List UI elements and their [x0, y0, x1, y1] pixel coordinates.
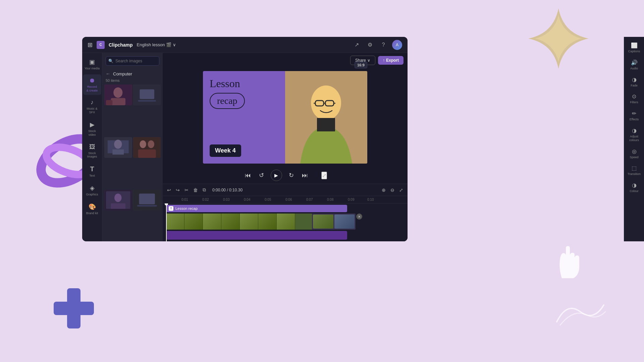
- audio-tool[interactable]: 🔊 Audio: [625, 57, 643, 73]
- svg-point-16: [140, 140, 146, 148]
- fullscreen-button[interactable]: ⤢: [321, 172, 327, 179]
- ruler-tick-04: 0:04: [244, 198, 250, 201]
- sidebar-item-music-sfx[interactable]: ♪ Music & SFX: [83, 96, 101, 117]
- preview-area: Share ∨ ↑ Export 16:9 Lesson: [163, 53, 408, 241]
- adjust-colours-icon: ◑: [632, 127, 637, 134]
- media-thumb-5[interactable]: [104, 190, 132, 210]
- sidebar-label-your-media: Your media: [85, 67, 100, 70]
- undo-button[interactable]: ↩: [166, 186, 172, 194]
- svg-rect-6: [111, 98, 125, 105]
- svg-rect-9: [140, 89, 154, 99]
- redo-button[interactable]: ↪: [175, 186, 181, 194]
- media-count: 50 items: [102, 78, 163, 84]
- sidebar-item-graphics[interactable]: ◈ Graphics: [83, 182, 101, 199]
- track-frame-1: [166, 214, 184, 230]
- svg-point-5: [113, 87, 122, 98]
- track-frame-3: [203, 214, 221, 230]
- media-nav: ← Computer: [102, 69, 163, 78]
- fit-view-button[interactable]: ⤢: [398, 186, 404, 194]
- settings-icon-btn[interactable]: ⚙: [365, 40, 375, 50]
- audio-icon: 🔊: [631, 59, 638, 66]
- app-window: ⊞ C Clipchamp English lesson 🎬 ∨ ↗ ⚙ ? A…: [82, 37, 408, 241]
- filters-tool[interactable]: ⊙ Filters: [625, 90, 643, 107]
- copy-button[interactable]: ⧉: [202, 186, 207, 194]
- speed-tool[interactable]: ◎ Speed: [625, 145, 643, 162]
- play-button[interactable]: ▶: [271, 170, 282, 181]
- media-thumb-3[interactable]: [104, 137, 132, 158]
- timeline-tracks: T Lesson recap: [163, 203, 408, 241]
- effects-tool[interactable]: ✏ Effects: [625, 108, 643, 124]
- bg-star-decoration: [525, 5, 592, 72]
- stock-video-icon: ▶: [90, 121, 95, 128]
- svg-rect-25: [137, 205, 157, 206]
- right-tool-panel: ⬜ Captions 🔊 Audio ◑ Fade ⊙ Filters ✏ Ef…: [624, 37, 644, 241]
- help-icon-btn[interactable]: ?: [379, 40, 388, 50]
- preview-top: Share ∨ ↑ Export: [163, 53, 408, 68]
- cut-button[interactable]: ✂: [183, 186, 190, 194]
- sidebar-label-music-sfx: Music & SFX: [85, 107, 100, 114]
- svg-rect-7: [106, 100, 112, 105]
- ruler-tick-05: 0:05: [265, 198, 271, 201]
- lesson-title: Lesson: [210, 78, 240, 89]
- sidebar-item-stock-images[interactable]: 🖼 Stock Images: [83, 141, 101, 162]
- video-canvas: 16:9 Lesson recap Week 4: [163, 68, 408, 167]
- media-panel: 🔍 ← Computer 50 items: [102, 53, 163, 241]
- skip-forward-button[interactable]: ⏭: [301, 171, 309, 180]
- track-frame-6: [258, 214, 277, 230]
- current-time: 0:00.00 / 0:10.30: [212, 188, 243, 192]
- fade-tool[interactable]: ◑ Fade: [625, 74, 643, 90]
- sidebar-label-record-create: Record& create: [87, 85, 98, 93]
- delete-button[interactable]: 🗑: [192, 186, 199, 194]
- effects-icon: ✏: [632, 110, 636, 117]
- text-track-icon: T: [169, 206, 173, 211]
- colour-tool[interactable]: ◑ Colour: [625, 179, 643, 196]
- sidebar-item-record-create[interactable]: ⏺ Record& create: [83, 74, 101, 95]
- zoom-out-button[interactable]: ⊖: [389, 186, 395, 194]
- left-sidebar: ▣ Your media ⏺ Record& create ♪ Music & …: [82, 53, 102, 241]
- zoom-in-button[interactable]: ⊕: [381, 186, 387, 194]
- search-input[interactable]: [106, 56, 159, 66]
- playhead[interactable]: [166, 203, 167, 241]
- forward-button[interactable]: ↻: [287, 170, 295, 180]
- track-remove-button[interactable]: ✕: [356, 214, 362, 220]
- ruler-tick-07: 0:07: [306, 198, 313, 201]
- captions-tool[interactable]: ⬜ Captions: [625, 40, 643, 56]
- week-badge: Week 4: [210, 144, 241, 157]
- video-frame: Lesson recap Week 4: [203, 71, 367, 164]
- speed-icon: ◎: [632, 148, 637, 155]
- grid-icon[interactable]: ⊞: [88, 41, 93, 49]
- export-button[interactable]: ↑ Export: [378, 56, 404, 65]
- main-content: ▣ Your media ⏺ Record& create ♪ Music & …: [82, 53, 408, 241]
- zoom-controls: ⊕ ⊖ ⤢: [381, 186, 404, 194]
- sidebar-item-your-media[interactable]: ▣ Your media: [83, 56, 101, 73]
- text-track-label: Lesson recap: [175, 206, 198, 210]
- text-icon: T: [90, 165, 94, 173]
- ruler-tick-10: 0:10: [367, 198, 374, 201]
- text-track[interactable]: T Lesson recap: [166, 205, 347, 212]
- media-thumb-1[interactable]: [104, 84, 132, 105]
- rewind-button[interactable]: ↺: [258, 170, 265, 180]
- your-media-icon: ▣: [89, 58, 95, 66]
- sidebar-item-text[interactable]: T Text: [83, 163, 101, 180]
- video-track[interactable]: [166, 214, 356, 230]
- media-thumb-4[interactable]: [133, 137, 161, 158]
- colour-label: Colour: [630, 189, 639, 193]
- playback-controls: ⏮ ↺ ▶ ↻ ⏭ ⤢: [163, 167, 408, 184]
- timeline-area: ↩ ↪ ✂ 🗑 ⧉ 0:00.00 / 0:10.30 ⊕ ⊖ ⤢: [163, 184, 408, 241]
- media-thumb-6[interactable]: [133, 190, 161, 210]
- app-name: Clipchamp: [109, 42, 133, 48]
- skip-back-button[interactable]: ⏮: [244, 171, 252, 180]
- sidebar-item-brand-kit[interactable]: 🎨 Brand kit: [83, 200, 101, 218]
- video-right-panel: [285, 71, 367, 164]
- adjust-colours-tool[interactable]: ◑ Adjustcolours: [625, 125, 643, 145]
- user-avatar[interactable]: A: [392, 40, 402, 50]
- media-location: Computer: [113, 71, 132, 76]
- music-sfx-icon: ♪: [91, 99, 94, 106]
- media-thumb-2[interactable]: [133, 84, 161, 105]
- sidebar-item-stock-video[interactable]: ▶ Stock video: [83, 118, 101, 139]
- share-icon-btn[interactable]: ↗: [352, 40, 361, 50]
- project-name[interactable]: English lesson 🎬 ∨: [137, 42, 176, 47]
- transition-tool[interactable]: ⬚ Transition: [625, 162, 643, 179]
- back-button[interactable]: ←: [106, 71, 110, 76]
- bottom-track[interactable]: [166, 231, 347, 240]
